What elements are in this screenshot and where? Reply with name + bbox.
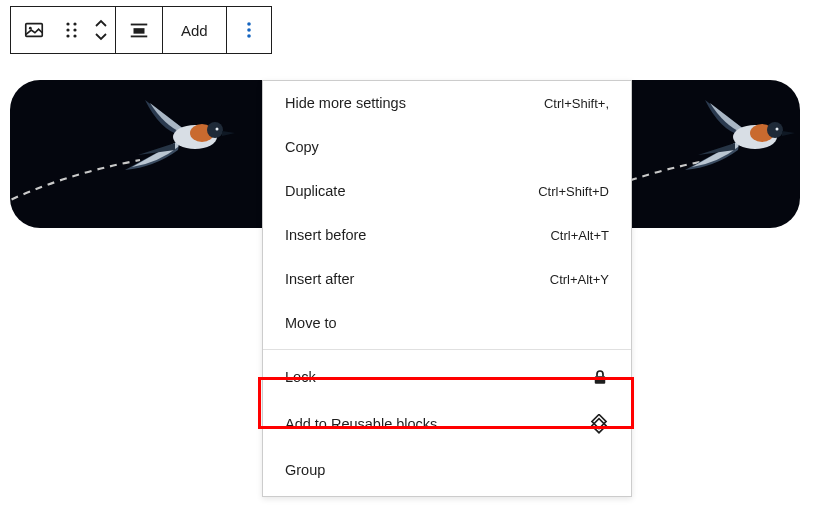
add-button[interactable]: Add <box>163 7 226 53</box>
svg-point-20 <box>767 122 783 138</box>
svg-rect-22 <box>595 376 606 384</box>
align-icon <box>128 19 150 41</box>
toolbar-group-block <box>11 7 116 53</box>
svg-rect-8 <box>131 24 148 26</box>
svg-point-3 <box>73 22 76 25</box>
more-vertical-icon <box>239 20 259 40</box>
svg-point-21 <box>776 128 779 131</box>
chevron-up-icon <box>93 18 109 30</box>
reusable-icon <box>589 414 609 434</box>
svg-point-11 <box>247 22 251 26</box>
svg-point-7 <box>73 34 76 37</box>
image-icon <box>23 19 45 41</box>
svg-rect-24 <box>592 419 606 433</box>
menu-item-label: Group <box>285 462 325 478</box>
toolbar-group-more <box>227 7 271 53</box>
add-label: Add <box>181 22 208 39</box>
block-type-button[interactable] <box>11 7 57 53</box>
menu-add-reusable[interactable]: Add to Reusable blocks <box>263 400 631 448</box>
svg-point-13 <box>247 34 251 38</box>
menu-item-label: Duplicate <box>285 183 345 199</box>
block-toolbar: Add <box>10 6 272 54</box>
menu-item-label: Copy <box>285 139 319 155</box>
menu-hide-more-settings[interactable]: Hide more settings Ctrl+Shift+, <box>263 81 631 125</box>
align-button[interactable] <box>116 7 162 53</box>
svg-point-6 <box>66 34 69 37</box>
bird-right <box>680 95 800 190</box>
block-options-menu: Hide more settings Ctrl+Shift+, Copy Dup… <box>262 80 632 497</box>
menu-item-shortcut: Ctrl+Shift+, <box>544 96 609 111</box>
menu-duplicate[interactable]: Duplicate Ctrl+Shift+D <box>263 169 631 213</box>
svg-point-12 <box>247 28 251 32</box>
menu-item-label: Lock <box>285 369 316 385</box>
svg-point-16 <box>207 122 223 138</box>
svg-rect-10 <box>131 36 148 38</box>
svg-rect-9 <box>134 28 145 34</box>
more-options-button[interactable] <box>227 7 271 53</box>
bird-left <box>120 95 250 190</box>
menu-item-shortcut: Ctrl+Shift+D <box>538 184 609 199</box>
svg-point-4 <box>66 28 69 31</box>
lock-icon <box>591 368 609 386</box>
menu-copy[interactable]: Copy <box>263 125 631 169</box>
menu-item-label: Insert after <box>285 271 354 287</box>
menu-group[interactable]: Group <box>263 448 631 492</box>
menu-lock[interactable]: Lock <box>263 354 631 400</box>
chevron-down-icon <box>93 30 109 42</box>
menu-insert-after[interactable]: Insert after Ctrl+Alt+Y <box>263 257 631 301</box>
menu-item-label: Insert before <box>285 227 366 243</box>
svg-point-17 <box>216 128 219 131</box>
menu-item-shortcut: Ctrl+Alt+T <box>550 228 609 243</box>
menu-item-label: Move to <box>285 315 337 331</box>
move-arrows[interactable] <box>87 7 115 53</box>
menu-item-shortcut: Ctrl+Alt+Y <box>550 272 609 287</box>
drag-handle[interactable] <box>57 7 87 53</box>
toolbar-group-align <box>116 7 163 53</box>
menu-move-to[interactable]: Move to <box>263 301 631 345</box>
menu-item-label: Hide more settings <box>285 95 406 111</box>
svg-rect-23 <box>592 414 606 428</box>
svg-point-5 <box>73 28 76 31</box>
menu-item-label: Add to Reusable blocks <box>285 416 437 432</box>
drag-icon <box>65 21 79 39</box>
toolbar-group-add: Add <box>163 7 227 53</box>
svg-point-2 <box>66 22 69 25</box>
menu-insert-before[interactable]: Insert before Ctrl+Alt+T <box>263 213 631 257</box>
menu-separator <box>263 349 631 350</box>
